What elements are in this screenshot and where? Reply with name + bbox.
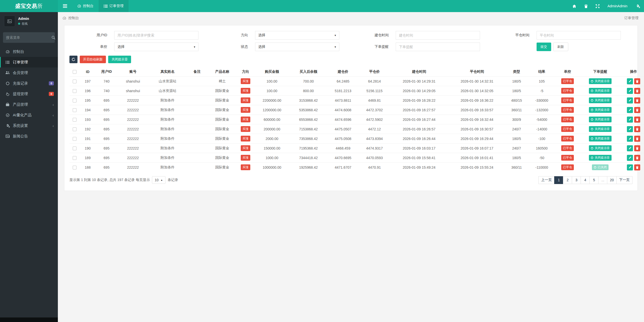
delete-button[interactable] [634, 97, 640, 103]
reminder-toggle-button[interactable]: 已关闭 [592, 164, 609, 170]
cell-real-name: 山水资源站 [149, 86, 186, 96]
trash-icon [636, 147, 638, 150]
delete-button[interactable] [634, 78, 640, 84]
cell-user-id: 695 [96, 105, 117, 115]
edit-button[interactable] [627, 145, 633, 151]
row-checkbox[interactable] [73, 99, 76, 102]
cell-close-price: 5156.1115 [359, 86, 390, 96]
row-checkbox[interactable] [73, 137, 76, 141]
row-checkbox[interactable] [73, 147, 76, 150]
row-checkbox[interactable] [73, 108, 76, 112]
delete-button[interactable] [634, 136, 640, 142]
settings-button[interactable] [631, 0, 644, 12]
online-dot [18, 23, 20, 25]
page-number[interactable]: 5 [589, 176, 598, 184]
page-number[interactable]: 3 [572, 176, 581, 184]
row-checkbox[interactable] [73, 118, 76, 122]
caret-down-icon: ▾ [335, 34, 336, 37]
row-checkbox[interactable] [73, 166, 76, 169]
delete-button[interactable] [634, 88, 640, 94]
sidebar-item-members[interactable]: 会员管理 [0, 67, 58, 78]
reminder-input[interactable] [399, 45, 477, 49]
page-next[interactable]: 下一页 [616, 176, 632, 184]
delete-button[interactable] [634, 107, 640, 113]
cell-amount: 1000000.00 [254, 163, 290, 172]
sidebar-item-products[interactable]: 产品管理 ‹ [0, 99, 58, 110]
sidebar-item-ai-products[interactable]: AI量化产品 ‹ [0, 110, 58, 120]
auto-refresh-button[interactable]: 开启自动刷新 [80, 56, 106, 63]
reminder-toggle-button[interactable]: 关闭提示音 [589, 145, 612, 151]
reload-table-button[interactable] [69, 56, 77, 63]
clear-cache-button[interactable] [580, 0, 592, 12]
sidebar-item-deposits[interactable]: 充值记录 0 [0, 78, 58, 89]
column-header: 用户ID [96, 67, 117, 77]
page-prev[interactable]: 上一页 [538, 176, 554, 184]
sidebar-scrollbar[interactable] [0, 317, 58, 322]
delete-button[interactable] [634, 164, 640, 170]
select-all-checkbox[interactable] [73, 70, 76, 74]
edit-button[interactable] [627, 107, 633, 113]
sidebar-item-dashboard[interactable]: 控制台 [0, 46, 58, 57]
mute-all-button[interactable]: 关闭提示音 [108, 56, 131, 63]
edit-button[interactable] [627, 97, 633, 103]
sidebar-toggle-button[interactable] [58, 0, 72, 12]
delete-button[interactable] [634, 155, 640, 161]
edit-button[interactable] [627, 88, 633, 94]
page-number[interactable]: 4 [581, 176, 590, 184]
submit-button[interactable]: 提交 [537, 43, 551, 51]
delete-button[interactable] [634, 117, 640, 123]
refresh-button[interactable]: 刷新 [553, 43, 568, 51]
close-time-input[interactable] [540, 33, 618, 37]
sidebar-item-news[interactable]: 新闻公告 [0, 131, 58, 141]
page-size-select[interactable]: 10 ▲ [152, 176, 166, 184]
user-id-input[interactable] [117, 33, 195, 37]
column-header: 方向 [237, 67, 254, 77]
direction-select[interactable]: 选择 ▾ [255, 31, 339, 40]
fullscreen-button[interactable] [592, 0, 603, 12]
row-checkbox[interactable] [73, 80, 76, 83]
reminder-toggle-button[interactable]: 关闭提示音 [589, 117, 612, 122]
delete-button[interactable] [634, 145, 640, 151]
sidebar-item-orders[interactable]: 订单管理 [0, 57, 58, 67]
status-select[interactable]: 选择 ▾ [255, 43, 339, 51]
reminder-toggle-button[interactable]: 关闭提示音 [589, 88, 612, 94]
nav-tab-dashboard[interactable]: 控制台 [72, 0, 99, 12]
control-select[interactable]: 选择 ▾ [114, 43, 198, 51]
sidebar-search-input[interactable] [6, 35, 52, 40]
nav-tab-label: 订单管理 [109, 4, 124, 8]
page-number[interactable]: 2 [563, 176, 572, 184]
page-number[interactable]: 20 [607, 176, 617, 184]
reminder-toggle-button[interactable]: 关闭提示音 [589, 136, 612, 141]
table-header-row: ID用户ID账号真实姓名备注产品名称方向购买金额买入后余额建仓价平仓价建仓时间平… [69, 67, 644, 77]
cell-open-price: 64.2485 [327, 77, 359, 86]
sidebar-item-settings[interactable]: 系统设置 ‹ [0, 120, 58, 131]
reminder-toggle-button[interactable]: 关闭提示音 [589, 78, 612, 84]
reminder-toggle-button[interactable]: 关闭提示音 [589, 107, 612, 113]
withdrawal-count-badge: 0 [49, 92, 54, 96]
reminder-toggle-button[interactable]: 关闭提示音 [589, 126, 612, 132]
edit-button[interactable] [627, 164, 633, 170]
control-status-badge: 已平仓 [561, 155, 574, 161]
nav-tab-orders[interactable]: 订单管理 [99, 0, 129, 12]
home-button[interactable] [568, 0, 580, 12]
reminder-toggle-button[interactable]: 关闭提示音 [589, 97, 612, 103]
reminder-toggle-button[interactable]: 关闭提示音 [589, 155, 612, 161]
edit-button[interactable] [627, 136, 633, 142]
user-menu[interactable]: AdminAdmin [603, 0, 631, 12]
sidebar-item-label: 充值记录 [13, 81, 28, 86]
edit-button[interactable] [627, 78, 633, 84]
row-checkbox[interactable] [73, 127, 76, 131]
open-time-input[interactable] [399, 33, 477, 37]
cell-id: 196 [79, 86, 96, 96]
power-icon [591, 80, 593, 83]
edit-button[interactable] [627, 126, 633, 132]
trash-icon [636, 99, 638, 102]
row-checkbox[interactable] [73, 156, 76, 160]
delete-button[interactable] [634, 126, 640, 132]
sidebar-item-withdrawals[interactable]: 提现管理 0 [0, 89, 58, 99]
edit-button[interactable] [627, 117, 633, 123]
page-number[interactable]: 1 [554, 176, 563, 184]
cell-type: 360/11 [506, 163, 527, 172]
edit-button[interactable] [627, 155, 633, 161]
row-checkbox[interactable] [73, 89, 76, 93]
